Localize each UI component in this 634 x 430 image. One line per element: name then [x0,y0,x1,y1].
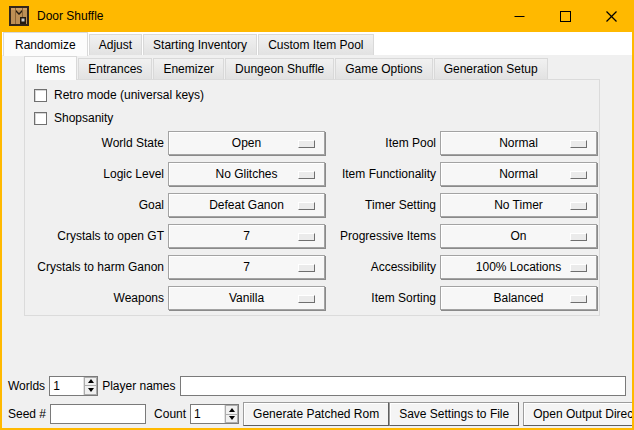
maximize-icon [560,11,571,22]
item-pool-value: Normal [499,136,538,150]
item-functionality-label: Item Functionality [299,167,436,181]
tab-adjust[interactable]: Adjust [89,34,142,55]
retro-mode-checkbox[interactable]: Retro mode (universal keys) [34,88,204,102]
item-pool-label: Item Pool [299,136,436,150]
minimize-icon [514,11,525,22]
accessibility-dropdown[interactable]: 100% Locations [440,255,597,279]
crystals-harm-ganon-label: Crystals to harm Ganon [27,260,164,274]
goal-label: Goal [27,198,164,212]
dropdown-indicator-icon [570,202,587,210]
window-content: Randomize Adjust Starting Inventory Cust… [2,32,632,428]
titlebar: Door Shuffle [0,0,634,32]
worlds-label: Worlds [8,379,45,393]
accessibility-value: 100% Locations [476,260,561,274]
up-arrow-icon [88,379,94,383]
seed-input[interactable] [50,404,146,424]
progressive-items-dropdown[interactable]: On [440,224,597,248]
door-shuffle-app-icon [9,6,29,26]
tab-enemizer[interactable]: Enemizer [153,58,224,79]
app-window: Door Shuffle Randomize Adjust Starting I… [0,0,634,430]
seed-row: Seed # Count Generate Patched Rom Save S… [8,402,626,426]
checkbox-box-icon[interactable] [34,112,47,125]
weapons-label: Weapons [27,291,164,305]
up-arrow-icon [229,408,235,412]
progressive-items-value: On [510,229,526,243]
checkbox-box-icon[interactable] [34,89,47,102]
count-spinbox[interactable] [190,404,239,424]
item-sorting-dropdown[interactable]: Balanced [440,286,597,310]
timer-setting-dropdown[interactable]: No Timer [440,193,597,217]
tab-randomize[interactable]: Randomize [3,32,88,56]
world-state-label: World State [27,136,164,150]
shopsanity-checkbox[interactable]: Shopsanity [34,111,113,125]
world-state-value: Open [232,136,261,150]
tab-starting-inventory[interactable]: Starting Inventory [143,34,257,55]
tab-generation-setup[interactable]: Generation Setup [434,58,548,79]
crystals-open-gt-value: 7 [243,229,250,243]
count-input[interactable] [191,405,224,423]
count-spin-up-button[interactable] [225,405,238,415]
generate-patched-rom-button[interactable]: Generate Patched Rom [243,402,389,426]
timer-setting-value: No Timer [494,198,543,212]
tab-game-options[interactable]: Game Options [335,58,432,79]
inner-tab-bar: Items Entrances Enemizer Dungeon Shuffle… [24,56,549,79]
save-settings-button[interactable]: Save Settings to File [389,402,519,426]
item-sorting-label: Item Sorting [299,291,436,305]
dropdown-indicator-icon [570,295,587,303]
shopsanity-label: Shopsanity [54,111,113,125]
player-names-label: Player names [102,379,175,393]
dropdown-indicator-icon [570,171,587,179]
crystals-open-gt-label: Crystals to open GT [27,229,164,243]
worlds-input[interactable] [50,377,83,395]
count-spin-down-button[interactable] [225,415,238,424]
weapons-value: Vanilla [229,291,264,305]
dropdown-indicator-icon [570,140,587,148]
down-arrow-icon [229,416,235,420]
tab-entrances[interactable]: Entrances [78,58,152,79]
item-sorting-value: Balanced [493,291,543,305]
down-arrow-icon [88,388,94,392]
seed-label: Seed # [8,407,46,421]
maximize-button[interactable] [542,0,588,32]
logic-level-value: No Glitches [215,167,277,181]
minimize-button[interactable] [496,0,542,32]
open-output-directory-button[interactable]: Open Output Directory [523,402,632,426]
timer-setting-label: Timer Setting [299,198,436,212]
goal-value: Defeat Ganon [209,198,284,212]
item-functionality-dropdown[interactable]: Normal [440,162,597,186]
worlds-row: Worlds Player names [8,375,626,396]
item-functionality-value: Normal [499,167,538,181]
count-label: Count [154,407,186,421]
retro-mode-label: Retro mode (universal keys) [54,88,204,102]
tab-items[interactable]: Items [24,56,77,80]
crystals-harm-ganon-value: 7 [243,260,250,274]
outer-tab-bar: Randomize Adjust Starting Inventory Cust… [3,32,375,55]
worlds-spin-up-button[interactable] [84,377,97,387]
close-button[interactable] [588,0,634,32]
item-pool-dropdown[interactable]: Normal [440,131,597,155]
worlds-spinbox[interactable] [49,376,98,396]
dropdown-indicator-icon [570,233,587,241]
close-icon [606,11,617,22]
logic-level-label: Logic Level [27,167,164,181]
tab-dungeon-shuffle[interactable]: Dungeon Shuffle [225,58,334,79]
items-tab-pane: Retro mode (universal keys) Shopsanity W… [24,79,600,316]
worlds-spin-down-button[interactable] [84,386,97,395]
progressive-items-label: Progressive Items [299,229,436,243]
accessibility-label: Accessibility [299,260,436,274]
dropdown-indicator-icon [570,264,587,272]
tab-custom-item-pool[interactable]: Custom Item Pool [258,34,373,55]
window-title: Door Shuffle [37,9,104,23]
player-names-input[interactable] [180,376,627,396]
